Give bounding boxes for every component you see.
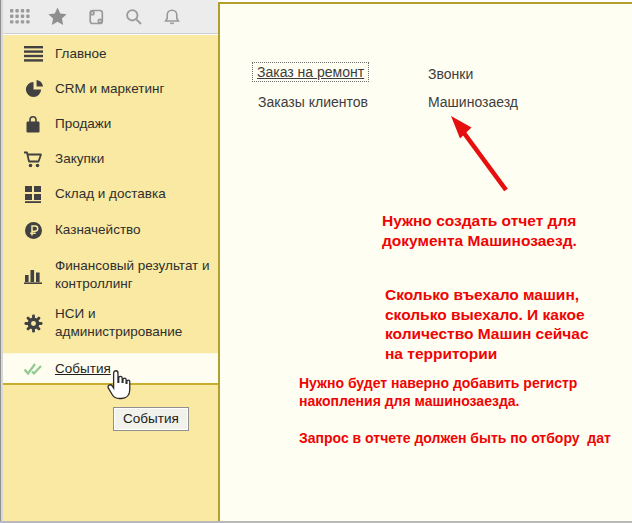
top-toolbar — [0, 0, 218, 34]
annotation-note-query: Запрос в отчете должен быть по отбору да… — [299, 430, 611, 448]
shopping-bag-icon — [22, 113, 44, 135]
annotation-note-counts: Сколько въехало машин, сколько выехало. … — [385, 285, 589, 363]
sidebar-item-label: Финансовый результат и контроллинг — [55, 257, 211, 293]
link-repair-order[interactable]: Заказ на ремонт — [253, 63, 368, 81]
sidebar-item-main[interactable]: Главное — [0, 41, 218, 67]
sidebar-item-crm[interactable]: CRM и маркетинг — [0, 76, 218, 102]
double-check-icon — [22, 358, 44, 380]
sidebar-item-sales[interactable]: Продажи — [0, 111, 218, 137]
sidebar-item-label: НСИ и администрирование — [55, 305, 211, 341]
apps-grid-icon[interactable] — [9, 6, 30, 27]
history-scroll-icon[interactable] — [85, 6, 106, 27]
annotation-note-report: Нужно создать отчет для документа Машино… — [382, 211, 577, 250]
pie-chart-icon — [22, 78, 44, 100]
hamburger-menu-icon — [22, 43, 44, 65]
favorites-star-icon[interactable] — [47, 6, 68, 27]
notifications-bell-icon[interactable] — [161, 6, 182, 27]
sidebar-item-admin[interactable]: НСИ и администрирование — [0, 303, 218, 343]
sidebar-item-label: Главное — [55, 45, 211, 63]
sections-sidebar: Главное CRM и маркетинг Продажи — [0, 35, 218, 521]
sidebar-item-treasury[interactable]: Казначейство — [0, 217, 218, 243]
sidebar-item-label: Закупки — [55, 150, 211, 168]
sidebar-item-warehouse[interactable]: Склад и доставка — [0, 181, 218, 207]
events-tooltip: События — [113, 407, 189, 431]
annotation-note-register: Нужно будет наверно добавить регистр нак… — [299, 375, 577, 410]
sidebar-item-purchases[interactable]: Закупки — [0, 146, 218, 172]
shopping-cart-icon — [22, 148, 44, 170]
sidebar-item-label: События — [55, 360, 211, 378]
bar-chart-icon — [22, 264, 44, 286]
hand-cursor-icon — [105, 369, 133, 405]
link-client-orders[interactable]: Заказы клиентов — [258, 94, 368, 110]
sidebar-item-label: Склад и доставка — [55, 185, 211, 203]
gear-icon — [22, 312, 44, 334]
app-window: Главное CRM и маркетинг Продажи — [0, 0, 632, 523]
sidebar-item-label: Продажи — [55, 115, 211, 133]
sidebar-item-label: Казначейство — [55, 221, 211, 239]
search-icon[interactable] — [123, 6, 144, 27]
ruble-coin-icon — [22, 219, 44, 241]
main-panel: Заказ на ремонт Звонки Заказы клиентов М… — [218, 2, 632, 521]
sidebar-item-label: CRM и маркетинг — [55, 80, 211, 98]
pallet-boxes-icon — [22, 183, 44, 205]
sidebar-item-finance[interactable]: Финансовый результат и контроллинг — [0, 255, 218, 295]
red-annotation-arrow — [438, 108, 518, 198]
link-calls[interactable]: Звонки — [428, 66, 473, 82]
